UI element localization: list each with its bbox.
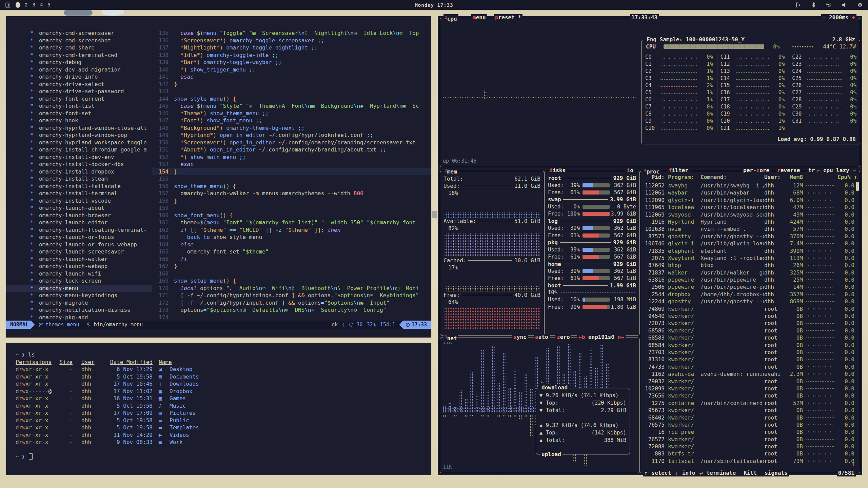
file-item[interactable]: *omarchy-cmd-terminal-cwd bbox=[6, 52, 152, 59]
reverse-button[interactable]: reverse bbox=[776, 167, 801, 174]
disks-panel-title[interactable]: disks bbox=[548, 167, 567, 174]
scrollbar-thumb[interactable] bbox=[856, 182, 859, 191]
process-row[interactable]: 87573ghostty/usr/bin/ghostty --gtk-dhh37… bbox=[642, 233, 854, 240]
footer-action[interactable]: signals bbox=[765, 470, 787, 476]
wifi-signal-icon[interactable] bbox=[825, 2, 832, 8]
code-editor[interactable]: 135 case $(menu "Toggle" "▣ Screensaver\… bbox=[152, 16, 431, 320]
file-item[interactable]: *omarchy-hyprland-window-close-all bbox=[6, 124, 152, 132]
file-item[interactable]: *omarchy-install-terminal bbox=[6, 190, 152, 197]
refresh-interval[interactable]: - 2000ms + bbox=[821, 14, 856, 21]
dir-name[interactable]: Dropbox bbox=[170, 388, 192, 395]
process-row[interactable]: 76577kworker/root0B0.0 bbox=[642, 436, 854, 443]
cpu-chip-icon[interactable] bbox=[857, 2, 863, 8]
file-item[interactable]: *omarchy-launch-or-focus bbox=[6, 233, 152, 241]
process-row[interactable]: 1162avahi-daavahi-daemon: running [avahi… bbox=[642, 370, 854, 378]
process-row[interactable]: 2506pipewire/usr/bin/pipewire-pulsedhh14… bbox=[642, 283, 854, 290]
file-item[interactable]: *omarchy-launch-walker bbox=[6, 256, 152, 263]
footer-action[interactable]: info bbox=[682, 470, 695, 476]
process-row[interactable]: 79032kworker/root0B0.0 bbox=[642, 378, 854, 385]
file-item[interactable]: *omarchy-migrate bbox=[6, 299, 152, 307]
file-item[interactable]: *omarchy-launch-webapp bbox=[6, 263, 152, 270]
file-item[interactable]: *omarchy-install-steam bbox=[6, 175, 152, 183]
sync-button[interactable]: sync bbox=[512, 334, 528, 341]
footer-action[interactable]: ↑ bbox=[644, 470, 651, 476]
dir-name[interactable]: Videos bbox=[170, 431, 189, 439]
memory-panel-title[interactable]: 2mem bbox=[443, 167, 458, 175]
footer-action[interactable] bbox=[736, 470, 743, 476]
sort-column-switcher[interactable]: ← cpu lazy → bbox=[815, 167, 857, 174]
file-item[interactable]: *omarchy-font-set bbox=[6, 110, 152, 117]
file-item[interactable]: *omarchy-install-docker-dbs bbox=[6, 161, 152, 168]
process-row[interactable]: 76575kworker/root0B0.0 bbox=[642, 421, 854, 428]
file-item[interactable]: *omarchy-launch-wifi bbox=[6, 270, 152, 278]
process-row[interactable]: 2075XwaylandXwayland :1 -rootless -dhh11… bbox=[642, 255, 854, 262]
file-item[interactable]: *omarchy-drive-select bbox=[6, 81, 152, 88]
menu-button[interactable]: menu bbox=[471, 14, 487, 21]
file-item[interactable]: *omarchy-hook bbox=[6, 117, 152, 124]
process-row[interactable]: 68586kworker/root0B0.0 bbox=[642, 327, 854, 334]
process-row[interactable]: 95673kworker/root0B0.0 bbox=[642, 407, 854, 414]
process-row[interactable]: 68583kworker/root0B0.0 bbox=[642, 334, 854, 341]
prompt-line[interactable]: ~❯ bbox=[16, 453, 431, 461]
file-item[interactable]: *omarchy-cmd-screensaver bbox=[6, 29, 152, 37]
footer-action[interactable]: terminate bbox=[706, 470, 736, 476]
process-list[interactable]: 112052swaybg/usr/bin/swaybg -i /homdhh12… bbox=[642, 182, 854, 469]
cpu-panel-title[interactable]: 1cpu bbox=[443, 14, 458, 22]
process-row[interactable]: 1916HyprlandHyprlanddhh424M0.0 bbox=[642, 218, 854, 225]
file-item[interactable]: *omarchy-dev-add-migration bbox=[6, 66, 152, 74]
per-core-button[interactable]: per-core bbox=[742, 167, 771, 174]
footer-action[interactable] bbox=[757, 470, 764, 476]
logout-icon[interactable] bbox=[795, 2, 802, 8]
file-item[interactable]: *omarchy-pkg-add bbox=[6, 314, 152, 320]
process-row[interactable]: 68402kworker/root0B0.0 bbox=[642, 414, 854, 421]
process-row[interactable]: 68584kworker/root0B0.0 bbox=[642, 342, 854, 349]
dir-name[interactable]: Documents bbox=[170, 373, 199, 381]
file-item[interactable]: *omarchy-drive-info bbox=[6, 73, 152, 81]
file-item[interactable]: *omarchy-launch-or-focus-webapp bbox=[6, 241, 152, 248]
footer-action[interactable]: select bbox=[651, 470, 671, 476]
process-row[interactable]: 112090glycin-i/usr/lib/glycin-loadersdhh… bbox=[642, 197, 854, 204]
terminal-window[interactable]: ~❯lsPermissionsSizeUserDate ModifiedName… bbox=[5, 342, 432, 476]
file-item[interactable]: *omarchy-launch-browser bbox=[6, 212, 152, 219]
file-list[interactable]: *omarchy-cmd-screensaver*omarchy-cmd-scr… bbox=[6, 16, 152, 320]
footer-action[interactable]: Kill bbox=[744, 470, 757, 476]
file-item[interactable]: *omarchy-font-list bbox=[6, 102, 152, 110]
file-item[interactable]: *omarchy-font-current bbox=[6, 95, 152, 103]
process-row[interactable]: 74733kworker/root0B0.0 bbox=[642, 363, 854, 370]
process-row[interactable]: 112061waybar/usr/bin/waybardhh68M0.0 bbox=[642, 189, 854, 196]
process-row[interactable]: 111965localsea/usr/lib/localsearch-exdhh… bbox=[642, 204, 854, 211]
process-row[interactable]: 112052swaybg/usr/bin/swaybg -i /homdhh12… bbox=[642, 182, 854, 189]
process-row[interactable]: 102638nvimnvim --embed .dhh57M0.0 bbox=[642, 225, 854, 232]
file-item[interactable]: *omarchy-launch-about bbox=[6, 204, 152, 212]
auto-button[interactable]: auto bbox=[534, 334, 550, 341]
volume-icon[interactable] bbox=[841, 2, 848, 8]
dir-name[interactable]: Games bbox=[170, 395, 186, 402]
file-item[interactable]: *omarchy-launch-editor bbox=[6, 219, 152, 226]
process-row[interactable]: 81310kworker/root0B0.0 bbox=[642, 356, 854, 363]
process-row[interactable]: 74869kworker/root0B0.0 bbox=[642, 305, 854, 312]
file-item[interactable]: *omarchy-menu bbox=[6, 285, 152, 292]
file-item[interactable]: *omarchy-install-tailscale bbox=[6, 183, 152, 190]
process-row[interactable]: 106746glycin-i/usr/lib/glycin-loadersdhh… bbox=[642, 240, 854, 247]
file-item[interactable]: *omarchy-hyprland-window-pop bbox=[6, 131, 152, 139]
file-item[interactable]: *omarchy-hyprland-workspace-toggle bbox=[6, 139, 152, 146]
dir-name[interactable]: Public bbox=[170, 417, 189, 424]
zero-button[interactable]: zero bbox=[555, 334, 571, 341]
process-row[interactable]: 1275containe/usr/bin/containerdroot52M0.… bbox=[642, 400, 854, 407]
network-panel-title[interactable]: 3net bbox=[443, 334, 458, 342]
file-item[interactable]: *omarchy-menu-keybindings bbox=[6, 292, 152, 299]
dir-name[interactable]: Music bbox=[170, 402, 186, 410]
dir-name[interactable]: Desktop bbox=[170, 366, 192, 373]
preset-button[interactable]: preset * bbox=[494, 14, 522, 21]
process-row[interactable]: 72088kworker/root0B0.0 bbox=[642, 443, 854, 450]
process-row[interactable]: 112069swayosd-/usr/bin/swayosd-serverdhh… bbox=[642, 211, 854, 218]
footer-action[interactable]: ↵ bbox=[696, 470, 706, 476]
file-item[interactable]: *omarchy-install-dropbox bbox=[6, 168, 152, 176]
bluetooth-icon[interactable] bbox=[811, 2, 816, 8]
interface-switcher[interactable]: ←b enp191s0 n→ bbox=[577, 334, 626, 341]
process-row[interactable]: 2544dropbox/home/dhh/.dropbox-distdhh357… bbox=[642, 291, 854, 298]
file-item[interactable]: *omarchy-drive-set-password bbox=[6, 88, 152, 95]
process-row[interactable]: 71835elephantelephantdhh390M0.0 bbox=[642, 247, 854, 255]
dir-name[interactable]: Templates bbox=[170, 424, 199, 431]
file-item[interactable]: *omarchy-cmd-share bbox=[6, 44, 152, 52]
